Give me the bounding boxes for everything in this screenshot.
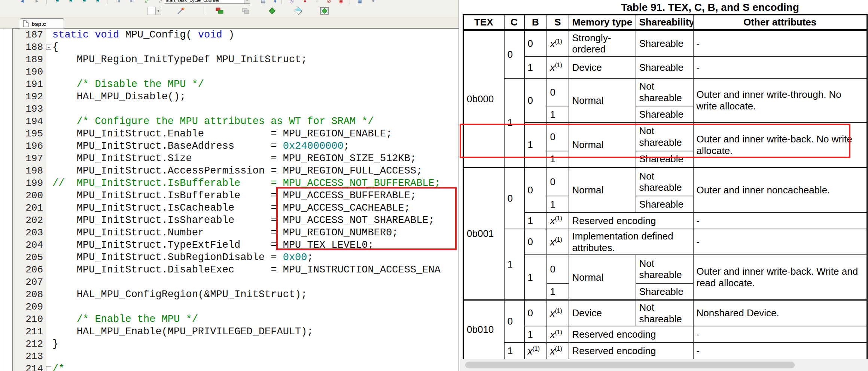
find-in-files-icon[interactable]: ▤ — [258, 0, 268, 5]
code-line: 208 HAL_MPU_ConfigRegion(&MPU_InitStruct… — [13, 289, 459, 301]
table-cell: - — [693, 30, 867, 57]
code-text: MPU_InitStruct.DisableExec = MPU_INSTRUC… — [52, 264, 441, 276]
table-cell: 1 — [524, 57, 547, 78]
line-number: 197 — [13, 153, 43, 165]
line-number: 200 — [13, 190, 43, 202]
target-select-combobox[interactable]: ▼ — [147, 7, 161, 15]
table-cell: Reserved encoding — [569, 212, 693, 229]
load-icon[interactable] — [215, 6, 225, 16]
table-cell: - — [693, 229, 867, 255]
horizontal-scrollbar[interactable] — [460, 359, 868, 371]
panel-divider — [4, 28, 4, 371]
cyan-diamond-icon[interactable] — [293, 6, 303, 16]
code-text: HAL_MPU_Disable(); — [52, 91, 186, 103]
table-cell: 1 — [504, 229, 524, 300]
code-line: 196 MPU_InitStruct.BaseAddress = 0x24000… — [13, 140, 459, 153]
code-text: { — [52, 41, 58, 54]
table-cell: 1 — [504, 343, 524, 359]
table-header: Other attributes — [693, 15, 867, 30]
bookmark-next-icon[interactable]: ⚑ — [79, 0, 89, 5]
copy-windows-icon[interactable] — [241, 6, 251, 16]
table-cell: Not shareable — [636, 78, 693, 106]
bookmark-toggle-icon[interactable]: ⚑ — [52, 0, 62, 5]
bookmark-clear-icon[interactable]: ⚑ — [93, 0, 103, 5]
line-number: 192 — [13, 91, 43, 103]
tab-bsp-c[interactable]: bsp.c — [20, 18, 64, 28]
scrollbar-thumb[interactable] — [465, 362, 795, 368]
line-number: 189 — [13, 54, 43, 66]
breakpoint-disable-icon[interactable]: ○ — [312, 0, 322, 5]
breakpoint-killall-icon[interactable]: ◉ — [336, 0, 346, 5]
line-number: 190 — [13, 66, 43, 78]
code-line: 188−{ — [13, 41, 459, 54]
table-cell: x(1) — [547, 326, 569, 343]
table-cell: x(1) — [547, 300, 569, 326]
chevron-down-icon[interactable]: ▼ — [244, 0, 250, 3]
code-line: 191 /* Disable the MPU */ — [13, 78, 459, 91]
table-cell: Shareable — [636, 30, 693, 57]
tex-encoding-table: TEXCBSMemory typeShareabilityOther attri… — [463, 14, 868, 360]
code-text: static void MPU_Config( void ) — [52, 29, 234, 41]
nav-back-icon[interactable]: ◄ — [17, 0, 27, 5]
table-cell: Nonshared Device. — [693, 300, 867, 326]
code-line: 206 MPU_InitStruct.DisableExec = MPU_INS… — [13, 264, 459, 276]
code-line: 194 /* Configure the MPU attributes as W… — [13, 115, 459, 128]
table-cell: 0 — [547, 255, 569, 283]
incremental-find-icon[interactable]: ⬇ — [270, 0, 280, 5]
table-cell: Outer and inner write-through. No write … — [693, 78, 867, 123]
line-number: 188 — [13, 41, 43, 54]
table-cell: - — [693, 212, 867, 229]
wrench-icon[interactable]: ✦ — [368, 0, 378, 5]
table-cell: x(1) — [524, 343, 547, 359]
wand-icon[interactable] — [176, 6, 186, 16]
comment-icon[interactable]: // — [141, 0, 151, 5]
table-cell: Shareable — [636, 57, 693, 78]
code-line: 197 MPU_InitStruct.Size = MPU_REGION_SIZ… — [13, 153, 459, 165]
line-number: 194 — [13, 115, 43, 128]
bookmark-prev-icon[interactable]: ⚑ — [66, 0, 76, 5]
fold-marker-icon[interactable]: − — [46, 45, 51, 50]
line-number: 208 — [13, 289, 43, 301]
line-number: 193 — [13, 103, 43, 115]
table-title: Table 91. TEX, C, B, and S encoding — [587, 1, 834, 13]
fold-marker-icon[interactable]: − — [46, 366, 51, 371]
code-text: /* — [52, 363, 64, 371]
code-line: 187static void MPU_Config( void ) — [13, 29, 459, 41]
toolbar-separator — [46, 0, 47, 4]
table-cell: 0 — [524, 229, 547, 255]
line-number: 199 — [13, 177, 43, 190]
table-cell: 0 — [524, 300, 547, 326]
table-cell: 1 — [524, 255, 547, 300]
line-number: 198 — [13, 165, 43, 177]
code-line: 213 — [13, 350, 459, 363]
table-cell: 0 — [547, 78, 569, 106]
table-cell: Outer and inner noncacheable. — [693, 168, 867, 212]
editor-tab-bar: bsp.c — [0, 17, 459, 28]
boxed-diamond-icon[interactable] — [320, 6, 329, 16]
find-icon[interactable]: ◎ — [287, 0, 296, 5]
table-cell: x(1) — [547, 30, 569, 57]
green-diamond-icon[interactable] — [267, 6, 277, 16]
outdent-icon[interactable]: ⇤ — [127, 0, 137, 5]
table-header: C — [504, 15, 524, 30]
breakpoint-kill-icon[interactable]: ⊘ — [324, 0, 334, 5]
breakpoint-icon[interactable]: ● — [300, 0, 310, 5]
code-text: HAL_MPU_Enable(MPU_PRIVILEGED_DEFAULT); — [52, 326, 313, 338]
indent-icon[interactable]: ⇥ — [113, 0, 123, 5]
chevron-down-icon[interactable]: ▼ — [155, 7, 161, 15]
table-cell: 0 — [524, 168, 547, 212]
table-cell: Normal — [569, 168, 636, 212]
line-number: 213 — [13, 350, 43, 363]
code-text: MPU_InitStruct.BaseAddress = 0x24000000; — [52, 140, 350, 153]
table-cell: 1 — [547, 283, 569, 300]
tab-label: bsp.c — [31, 21, 46, 27]
line-number: 209 — [13, 301, 43, 313]
nav-forward-icon[interactable]: ► — [32, 0, 42, 5]
function-navigate-combobox[interactable]: start_task_cycle_counter▼ — [164, 0, 250, 4]
window-list-icon[interactable]: ▦ — [355, 0, 365, 5]
code-text: } — [52, 338, 58, 350]
line-number: 202 — [13, 214, 43, 227]
code-line: 198 MPU_InitStruct.AccessPermission = MP… — [13, 165, 459, 177]
table-cell: x(1) — [547, 212, 569, 229]
table-cell: Device — [569, 300, 636, 326]
